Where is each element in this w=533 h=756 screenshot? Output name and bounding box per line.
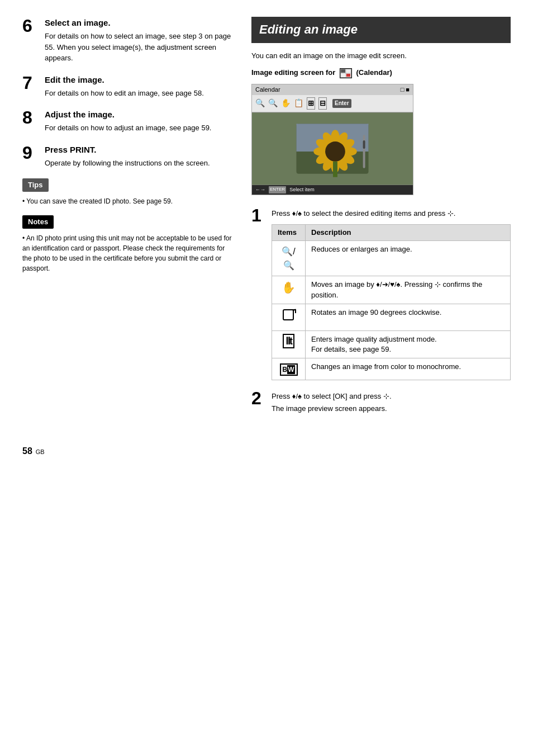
step-7-body: For details on how to edit an image, see… xyxy=(45,88,204,99)
step-8: 8 Adjust the image. For details on how t… xyxy=(22,108,235,134)
table-row-hand: ✋ Moves an image by ♦/➔/♥/♠. Pressing ⊹ … xyxy=(272,276,511,304)
step-8-number: 8 xyxy=(22,108,38,134)
step-8-content: Adjust the image. For details on how to … xyxy=(45,108,211,134)
svg-rect-25 xyxy=(363,140,365,149)
step-6-title: Select an image. xyxy=(45,17,235,29)
zoom-icon-cell: 🔍/🔍 xyxy=(272,241,306,276)
step-8-title: Adjust the image. xyxy=(45,108,211,120)
step-9-body: Operate by following the instructions on… xyxy=(45,158,210,169)
svg-rect-24 xyxy=(363,135,365,168)
sunflower-svg xyxy=(252,112,413,185)
toolbar-grid2-icon: ⊟ xyxy=(318,97,327,110)
screen-statusbar: ←→ ENTER Select item xyxy=(252,185,413,195)
table-col-desc: Description xyxy=(306,224,511,240)
step-8-body: For details on how to adjust an image, s… xyxy=(45,122,211,134)
calendar-icon xyxy=(340,68,354,77)
screen-mockup: Calendar □ ■ 🔍 🔍 ✋ 📋 ⊞ ⊟ Enter xyxy=(251,84,413,195)
page-footer: 58 GB xyxy=(22,445,511,457)
screen-heading-suffix: (Calendar) xyxy=(356,68,392,77)
quality-icon-cell: Ⅱt xyxy=(272,331,306,358)
toolbar-enter-icon: Enter xyxy=(332,99,351,108)
toolbar-hand-icon: ✋ xyxy=(281,98,291,109)
zoom-description: Reduces or enlarges an image. xyxy=(306,241,511,276)
toolbar-zoom-in-icon: 🔍 xyxy=(268,98,278,109)
rotate-icon-cell xyxy=(272,304,306,330)
svg-rect-26 xyxy=(283,310,293,320)
rotate-description: Rotates an image 90 degrees clockwise. xyxy=(306,304,511,330)
right-column: Editing an image You can edit an image o… xyxy=(251,17,511,423)
bw-description: Changes an image from color to monochrom… xyxy=(306,358,511,380)
right-step-2-body: The image preview screen appears. xyxy=(272,404,392,414)
step-6-content: Select an image. For details on how to s… xyxy=(45,17,235,64)
svg-rect-5 xyxy=(346,73,350,76)
bw-icon: BW xyxy=(280,363,298,376)
notes-content: An ID photo print using this unit may no… xyxy=(22,231,235,276)
step-9: 9 Press PRINT. Operate by following the … xyxy=(22,144,235,169)
status-select-item: Select item xyxy=(289,186,315,193)
table-row-zoom: 🔍/🔍 Reduces or enlarges an image. xyxy=(272,241,511,276)
items-table: Items Description 🔍/🔍 Reduc xyxy=(272,224,511,380)
step-7-content: Edit the image. For details on how to ed… xyxy=(45,74,204,99)
step-6-number: 6 xyxy=(22,17,38,64)
right-step-2-text: Press ♦/♠ to select [OK] and press ⊹. xyxy=(272,391,392,401)
page-locale: GB xyxy=(36,448,45,456)
notes-section: Notes An ID photo print using this unit … xyxy=(22,215,235,276)
tips-item-0: You can save the created ID photo. See p… xyxy=(22,196,235,206)
screen-controls: □ ■ xyxy=(401,86,410,94)
quality-description: Enters image quality adjustment mode.For… xyxy=(306,331,511,358)
right-step-1-number: 1 xyxy=(251,206,266,380)
left-column: 6 Select an image. For details on how to… xyxy=(22,17,235,423)
step-7: 7 Edit the image. For details on how to … xyxy=(22,74,235,99)
table-row-bw: BW Changes an image from color to monoch… xyxy=(272,358,511,380)
toolbar-page-icon: 📋 xyxy=(294,98,303,109)
tips-content: You can save the created ID photo. See p… xyxy=(22,194,235,209)
hand-description: Moves an image by ♦/➔/♥/♠. Pressing ⊹ co… xyxy=(306,276,511,304)
svg-point-22 xyxy=(325,141,345,162)
step-9-number: 9 xyxy=(22,144,38,169)
toolbar-zoom-out-icon: 🔍 xyxy=(255,98,265,109)
hand-icon-cell: ✋ xyxy=(272,276,306,304)
screen-sub-heading: Image editing screen for (Calendar) xyxy=(251,68,511,78)
screen-toolbar: 🔍 🔍 ✋ 📋 ⊞ ⊟ Enter xyxy=(252,95,413,112)
step-7-number: 7 xyxy=(22,74,38,99)
bw-icon-cell: BW xyxy=(272,358,306,380)
right-step-2-content: Press ♦/♠ to select [OK] and press ⊹. Th… xyxy=(272,389,392,414)
tips-label: Tips xyxy=(22,178,49,192)
right-step-2: 2 Press ♦/♠ to select [OK] and press ⊹. … xyxy=(251,389,511,414)
right-step-1-text: Press ♦/♠ to select the desired editing … xyxy=(272,209,511,219)
step-7-title: Edit the image. xyxy=(45,74,204,86)
status-arrows: ←→ xyxy=(255,186,265,193)
svg-rect-2 xyxy=(341,69,345,72)
screen-titlebar: Calendar □ ■ xyxy=(252,84,413,95)
step-6-body: For details on how to select an image, s… xyxy=(45,31,235,64)
right-step-1: 1 Press ♦/♠ to select the desired editin… xyxy=(251,206,511,380)
tips-section: Tips You can save the created ID photo. … xyxy=(22,178,235,209)
svg-rect-23 xyxy=(333,162,337,177)
right-step-1-content: Press ♦/♠ to select the desired editing … xyxy=(272,206,511,380)
hand-icon: ✋ xyxy=(282,281,296,294)
notes-item-0: An ID photo print using this unit may no… xyxy=(22,233,235,273)
section-header: Editing an image xyxy=(251,17,511,43)
screen-title: Calendar xyxy=(255,86,280,94)
screen-heading-text: Image editing screen for xyxy=(251,68,335,77)
rotate-icon xyxy=(281,308,297,323)
table-col-items: Items xyxy=(272,224,306,240)
step-6: 6 Select an image. For details on how to… xyxy=(22,17,235,64)
screen-image-area xyxy=(252,112,413,185)
notes-label: Notes xyxy=(22,215,54,229)
toolbar-grid1-icon: ⊞ xyxy=(307,97,315,110)
step-9-content: Press PRINT. Operate by following the in… xyxy=(45,144,210,169)
zoom-icon: 🔍/🔍 xyxy=(282,247,295,270)
table-row-quality: Ⅱt Enters image quality adjustment mode.… xyxy=(272,331,511,358)
table-row-rotate: Rotates an image 90 degrees clockwise. xyxy=(272,304,511,330)
page-number: 58 xyxy=(22,445,32,457)
step-9-title: Press PRINT. xyxy=(45,144,210,155)
status-enter: ENTER xyxy=(269,186,286,193)
page-container: 6 Select an image. For details on how to… xyxy=(22,17,511,423)
quality-icon: Ⅱt xyxy=(283,334,294,348)
intro-text: You can edit an image on the image edit … xyxy=(251,51,511,61)
right-step-2-number: 2 xyxy=(251,389,266,414)
